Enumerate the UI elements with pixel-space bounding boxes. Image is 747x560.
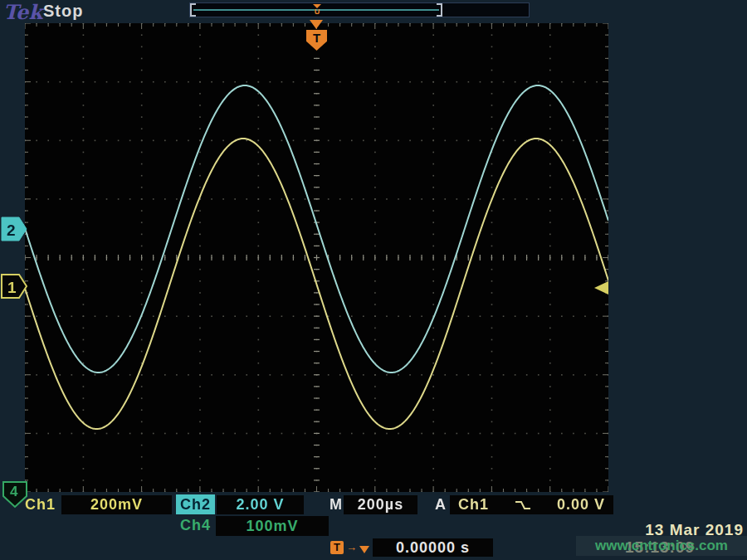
right-arrow-icon: → (346, 541, 357, 554)
ch1-position-badge: 1 (1, 274, 29, 300)
ch1-scale-readout: 200mV (61, 495, 172, 514)
ch4-badge-label: 4 (10, 484, 18, 499)
timebase-readout: 200µs (344, 495, 417, 514)
trigger-position-readout: 0.00000 s (373, 538, 493, 557)
ch4-scale-readout: 100mV (216, 516, 329, 536)
ch2-badge-label: 2 (7, 222, 16, 239)
trigger-t-icon: T (330, 541, 344, 554)
ch1-badge-label: 1 (7, 279, 17, 296)
falling-edge-icon (515, 499, 531, 512)
trigger-mode-label: A (435, 495, 447, 514)
record-view-bar: U (189, 2, 530, 17)
trigger-position-arrow-icon (310, 20, 323, 29)
record-window-right-bracket (437, 3, 442, 17)
watermark: www.cntronics.com (576, 536, 747, 556)
trigger-position-icon-group: T → (330, 539, 369, 556)
trigger-level: 0.00 V (557, 495, 605, 514)
tek-logo: Tek (3, 0, 42, 24)
trigger-level-arrow-icon (594, 281, 608, 295)
record-trigger-position-icon: U (311, 3, 323, 17)
ch1-label: Ch1 (25, 495, 56, 514)
ch2-position-badge: 2 (1, 217, 29, 243)
timebase-label: M (330, 495, 343, 514)
waveform-display (25, 23, 608, 492)
down-triangle-icon (359, 546, 369, 553)
trigger-source-readout: Ch1 0.00 V (450, 495, 613, 514)
ch2-label: Ch2 (176, 494, 215, 514)
acquisition-status: Stop (43, 2, 83, 21)
ch4-label: Ch4 (176, 516, 215, 535)
trigger-source: Ch1 (458, 495, 489, 514)
ch2-scale-readout: 2.00 V (217, 495, 304, 514)
trigger-glyph: U (311, 8, 323, 15)
